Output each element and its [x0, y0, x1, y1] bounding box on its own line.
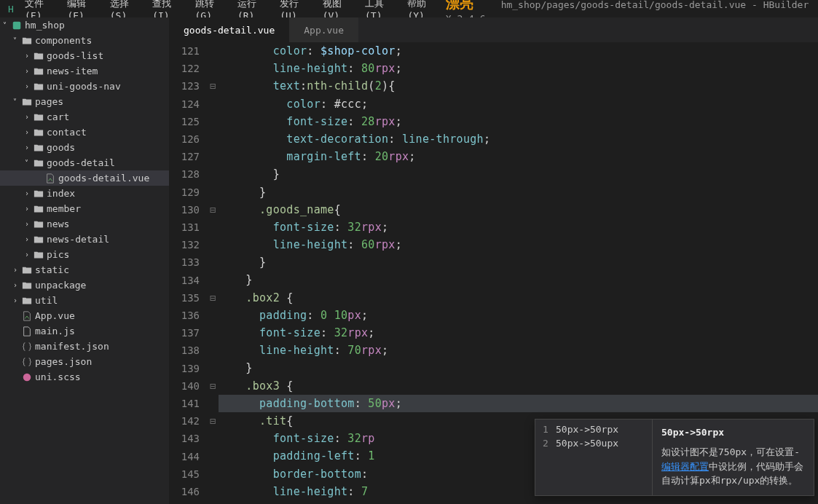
fold-marker[interactable]: ⊟ — [207, 77, 219, 95]
tree-item-unpackage[interactable]: ›unpackage — [0, 277, 169, 293]
tree-item-uni-goods-nav[interactable]: ›uni-goods-nav — [0, 79, 169, 94]
tree-label: goods-detail.vue — [58, 173, 149, 184]
chevron-icon: › — [25, 189, 34, 197]
fold-marker[interactable]: ⊟ — [207, 201, 219, 218]
pretty-label: 漂亮 — [446, 0, 473, 11]
tree-item-uni-scss[interactable]: uni.scss — [0, 369, 169, 385]
chevron-icon: ˅ — [13, 36, 22, 44]
tab-goods-detail-vue[interactable]: goods-detail.vue — [169, 17, 289, 42]
fold-marker — [207, 395, 219, 412]
editor-tabs: goods-detail.vueApp.vue — [169, 17, 818, 42]
tree-item-news[interactable]: ›news — [0, 216, 169, 232]
chevron-icon — [13, 342, 22, 350]
suggestion-item[interactable]: 150px->50rpx — [535, 422, 652, 436]
file-icon — [22, 372, 32, 382]
tree-item-pics[interactable]: ›pics — [0, 247, 169, 262]
folder-icon — [34, 82, 44, 92]
menubar: H 文件(F) 编辑(E) 选择(S) 查找(I) 跳转(G) 运行(R) 发行… — [0, 0, 818, 17]
tree-item-components[interactable]: ˅components — [0, 33, 169, 48]
tree-label: components — [35, 35, 92, 46]
tree-item-goods-list[interactable]: ›goods-list — [0, 48, 169, 63]
chevron-icon — [13, 312, 22, 320]
fold-marker — [207, 324, 219, 342]
autocomplete-popup[interactable]: 150px->50rpx250px->50upx 50px->50rpx 如设计… — [535, 419, 814, 496]
fold-gutter[interactable]: ⊟⊟⊟⊟⊟ — [207, 42, 219, 504]
chevron-icon: › — [25, 67, 34, 75]
suggestion-header: 50px->50rpx — [661, 427, 805, 438]
fold-marker — [207, 113, 219, 130]
tree-item-cart[interactable]: ›cart — [0, 109, 169, 125]
tree-label: index — [47, 188, 75, 199]
fold-marker — [207, 95, 219, 113]
tree-item-pages[interactable]: ˅pages — [0, 94, 169, 109]
tree-item-goods-detail[interactable]: ˅goods-detail — [0, 155, 169, 170]
chevron-icon: ˅ — [25, 159, 34, 167]
tree-label: contact — [47, 127, 87, 138]
fold-marker — [207, 307, 219, 324]
folder-icon — [34, 189, 44, 199]
folder-icon — [34, 127, 44, 138]
chevron-icon: › — [13, 266, 22, 274]
fold-marker — [207, 447, 219, 465]
tree-item-util[interactable]: ›util — [0, 293, 169, 308]
fold-marker — [207, 130, 219, 148]
chevron-icon: › — [25, 220, 34, 228]
suggestion-item[interactable]: 250px->50upx — [535, 436, 652, 450]
line-numbers: 1211221231241251261271281291301311321331… — [169, 42, 207, 504]
fold-marker — [207, 42, 219, 60]
folder-icon — [22, 296, 32, 306]
folder-icon — [34, 219, 44, 229]
tree-label: pages — [35, 96, 63, 107]
suggestion-list[interactable]: 150px->50rpx250px->50upx — [535, 420, 652, 495]
tree-label: uni.scss — [35, 371, 81, 382]
fold-marker[interactable]: ⊟ — [207, 289, 219, 307]
fold-marker — [207, 271, 219, 288]
tree-item-member[interactable]: ›member — [0, 201, 169, 216]
tree-item-manifest-json[interactable]: manifest.json — [0, 339, 169, 354]
tree-label: goods-detail — [47, 157, 115, 168]
fold-marker[interactable]: ⊟ — [207, 412, 219, 430]
fold-marker — [207, 465, 219, 483]
folder-icon — [34, 51, 44, 61]
tree-label: goods — [47, 142, 75, 153]
tree-item-pages-json[interactable]: pages.json — [0, 354, 169, 369]
project-icon — [12, 20, 22, 31]
app-icon: H — [6, 4, 16, 14]
fold-marker[interactable]: ⊟ — [207, 377, 219, 395]
chevron-icon: › — [25, 113, 34, 121]
editor-config-link[interactable]: 编辑器配置 — [661, 461, 709, 472]
tree-label: pics — [47, 249, 69, 260]
fold-marker — [207, 359, 219, 377]
tree-item-goods[interactable]: ›goods — [0, 140, 169, 155]
tree-item-index[interactable]: ›index — [0, 186, 169, 201]
tree-item-App-vue[interactable]: App.vue — [0, 308, 169, 323]
code-editor[interactable]: 1211221231241251261271281291301311321331… — [169, 42, 818, 504]
file-explorer[interactable]: ˅hm_shop˅components›goods-list›news-item… — [0, 17, 169, 504]
tree-item-contact[interactable]: ›contact — [0, 125, 169, 140]
tree-item-static[interactable]: ›static — [0, 262, 169, 277]
tree-item-goods-detail-vue[interactable]: goods-detail.vue — [0, 170, 169, 186]
fold-marker — [207, 483, 219, 500]
fold-marker — [207, 430, 219, 447]
folder-icon — [34, 250, 44, 260]
file-icon — [22, 342, 32, 352]
folder-icon — [22, 265, 32, 275]
chevron-icon: ˅ — [13, 98, 22, 106]
tree-item-main-js[interactable]: main.js — [0, 323, 169, 339]
tree-label: pages.json — [35, 356, 92, 367]
tree-label: unpackage — [35, 280, 86, 291]
folder-icon — [34, 66, 44, 76]
tree-item-hm_shop[interactable]: ˅hm_shop — [0, 17, 169, 33]
fold-marker — [207, 60, 219, 77]
tree-item-news-item[interactable]: ›news-item — [0, 63, 169, 79]
chevron-icon: › — [25, 235, 34, 243]
tree-item-news-detail[interactable]: ›news-detail — [0, 232, 169, 247]
folder-icon — [34, 112, 44, 122]
chevron-icon: › — [25, 128, 34, 136]
folder-icon — [22, 280, 32, 291]
tree-label: main.js — [35, 326, 75, 336]
chevron-icon: › — [25, 143, 34, 151]
chevron-icon: ˅ — [3, 21, 12, 29]
tab-App-vue[interactable]: App.vue — [289, 17, 358, 42]
chevron-icon: › — [25, 205, 34, 213]
